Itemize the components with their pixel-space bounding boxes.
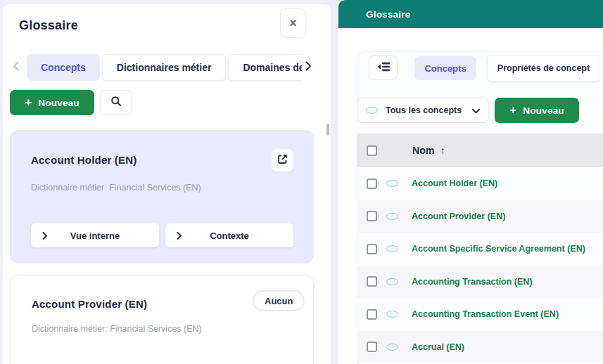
concept-link[interactable]: Account Holder (EN) bbox=[412, 178, 497, 188]
chevron-right-icon bbox=[42, 231, 47, 242]
internal-view-button[interactable]: Vue interne bbox=[31, 223, 159, 247]
tab-concepts[interactable]: Concepts bbox=[414, 56, 476, 80]
status-badge: Aucun bbox=[253, 290, 305, 311]
column-header-nom[interactable]: Nom bbox=[412, 145, 435, 156]
close-button[interactable]: × bbox=[280, 8, 306, 38]
tabs-scroll-left-button[interactable] bbox=[10, 62, 21, 73]
panel-scrollbar-thumb[interactable] bbox=[326, 124, 329, 136]
concept-card-account-holder[interactable]: Account Holder (EN) Dictionnaire métier:… bbox=[10, 130, 314, 264]
module-header: Glossaire bbox=[338, 0, 603, 28]
plus-icon: + bbox=[509, 104, 516, 116]
row-checkbox[interactable] bbox=[367, 178, 377, 189]
concept-card-dictionary: Dictionnaire métier: Financial Services … bbox=[32, 324, 202, 334]
collapse-panel-icon bbox=[377, 62, 390, 74]
concept-icon bbox=[386, 180, 398, 187]
glossary-module-panel: Glossaire Concepts Propriétés de concept… bbox=[338, 0, 603, 364]
concept-card-account-provider[interactable]: Account Provider (EN) Aucun Dictionnaire… bbox=[10, 275, 314, 364]
tab-proprietes-de-concept[interactable]: Propriétés de concept bbox=[487, 55, 600, 82]
concept-card-title: Account Provider (EN) bbox=[32, 298, 147, 310]
table-row[interactable]: Account Holder (EN) bbox=[357, 167, 603, 200]
new-concept-button[interactable]: + Nouveau bbox=[10, 90, 94, 115]
concept-icon bbox=[386, 344, 398, 351]
tab-dictionnaires-metier[interactable]: Dictionnaires métier bbox=[102, 54, 227, 81]
chevron-right-icon bbox=[177, 231, 182, 242]
table-row[interactable]: Account Provider (EN) bbox=[357, 200, 603, 233]
chevron-right-icon bbox=[305, 61, 312, 74]
concept-link[interactable]: Accounting Transaction (EN) bbox=[412, 277, 533, 287]
row-checkbox[interactable] bbox=[367, 244, 377, 254]
table-row[interactable]: Accounting Transaction Event (EN) bbox=[357, 298, 603, 331]
chevron-down-icon bbox=[472, 104, 480, 117]
concept-link[interactable]: Account Specific Service Agreement (EN) bbox=[412, 244, 585, 254]
concept-icon bbox=[386, 245, 398, 252]
tab-strip: Concepts Dictionnaires métier Domaines d… bbox=[27, 53, 302, 82]
tab-concepts[interactable]: Concepts bbox=[27, 54, 100, 81]
select-all-checkbox[interactable] bbox=[367, 145, 377, 156]
concept-icon bbox=[386, 311, 398, 318]
concept-link[interactable]: Account Provider (EN) bbox=[412, 212, 505, 221]
plus-icon: + bbox=[25, 96, 32, 108]
concept-icon bbox=[386, 278, 398, 285]
module-title: Glossaire bbox=[366, 9, 410, 20]
concept-icon bbox=[366, 107, 378, 114]
table-row[interactable]: Account Specific Service Agreement (EN) bbox=[357, 233, 603, 266]
context-button[interactable]: Contexte bbox=[165, 223, 293, 247]
search-icon bbox=[110, 96, 122, 110]
panel-title: Glossaire bbox=[19, 18, 78, 33]
external-link-icon bbox=[277, 154, 288, 167]
concept-icon bbox=[386, 213, 398, 220]
table-row[interactable]: Accounting Transaction (EN) bbox=[357, 266, 603, 299]
sort-ascending-icon[interactable]: ↑ bbox=[440, 145, 445, 156]
search-button[interactable] bbox=[100, 90, 132, 115]
concept-card-title: Account Holder (EN) bbox=[31, 154, 137, 166]
table-header: Nom ↑ bbox=[357, 134, 603, 167]
filter-selected-value: Tous les concepts bbox=[386, 105, 472, 115]
concept-card-dictionary: Dictionnaire métier: Financial Services … bbox=[31, 183, 201, 193]
row-checkbox[interactable] bbox=[367, 309, 377, 320]
concept-link[interactable]: Accounting Transaction Event (EN) bbox=[412, 309, 559, 319]
collapse-list-button[interactable] bbox=[369, 56, 398, 80]
close-icon: × bbox=[289, 16, 297, 31]
open-concept-button[interactable] bbox=[272, 149, 293, 171]
concept-link[interactable]: Accrual (EN) bbox=[412, 342, 464, 352]
row-checkbox[interactable] bbox=[367, 211, 377, 221]
concept-filter-dropdown[interactable]: Tous les concepts bbox=[357, 98, 489, 123]
row-checkbox[interactable] bbox=[367, 342, 377, 352]
tab-domaines[interactable]: Domaines de bbox=[228, 54, 302, 81]
table-row[interactable]: Accrual (EN) bbox=[357, 331, 603, 364]
chevron-left-icon bbox=[13, 61, 19, 74]
glossary-side-panel: Glossaire × Concepts Dictionnaires métie… bbox=[3, 4, 331, 364]
new-concept-button[interactable]: + Nouveau bbox=[495, 98, 579, 123]
row-checkbox[interactable] bbox=[367, 276, 377, 287]
tabs-scroll-right-button[interactable] bbox=[303, 62, 314, 73]
